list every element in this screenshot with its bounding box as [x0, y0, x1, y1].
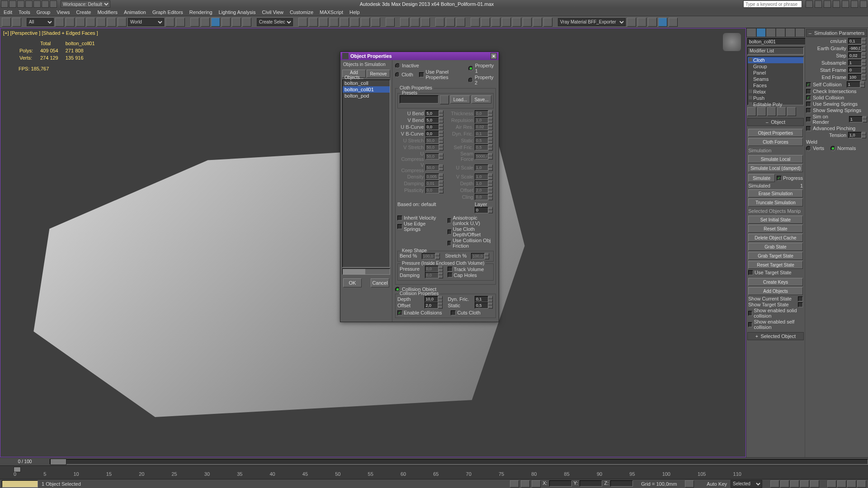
menu-create[interactable]: Create: [76, 9, 91, 15]
display-tab[interactable]: [785, 28, 795, 37]
selection-filter[interactable]: All: [27, 18, 54, 26]
configure-icon[interactable]: [787, 107, 796, 116]
reset-target-button[interactable]: Reset Target State: [748, 261, 803, 269]
param-spinner[interactable]: [475, 110, 488, 117]
sp-spinner[interactable]: [848, 74, 862, 80]
menu-grapheditors[interactable]: Graph Editors: [152, 9, 183, 15]
viewcube-icon[interactable]: [723, 33, 741, 51]
x-coord-input[interactable]: [549, 480, 572, 487]
show-end-icon[interactable]: [757, 107, 766, 116]
scale-icon[interactable]: [118, 18, 127, 27]
param-spinner[interactable]: [425, 164, 439, 171]
menu-edit[interactable]: Edit: [4, 9, 12, 15]
pressure-spinner[interactable]: [425, 266, 439, 272]
param-spinner[interactable]: [425, 174, 439, 180]
enable-collisions-check[interactable]: [397, 310, 402, 315]
param-spinner[interactable]: [475, 117, 488, 123]
hair4-icon[interactable]: [502, 18, 511, 27]
named-selection-set[interactable]: Create Selection Se: [257, 18, 293, 26]
layers-icon[interactable]: [309, 18, 318, 27]
simulate-button[interactable]: Simulate: [748, 174, 775, 182]
align-icon[interactable]: [298, 18, 307, 27]
menu-tools[interactable]: Tools: [19, 9, 30, 15]
snap3-icon[interactable]: [421, 18, 430, 27]
window-crossing-icon[interactable]: [86, 18, 95, 27]
sp-spinner[interactable]: [848, 60, 862, 66]
brush2-icon[interactable]: [446, 18, 455, 27]
obj-props-button[interactable]: Object Properties: [748, 129, 803, 137]
tension-spinner[interactable]: [848, 132, 862, 138]
menu-rendering[interactable]: Rendering: [189, 9, 212, 15]
manipulate-icon[interactable]: [176, 18, 185, 27]
axis-y-icon[interactable]: [648, 18, 657, 27]
hair3-icon[interactable]: [491, 18, 500, 27]
time-marker[interactable]: [50, 459, 66, 465]
grab-target-button[interactable]: Grab Target State: [748, 252, 803, 260]
check-intersect-check[interactable]: [806, 89, 811, 94]
select-link-icon[interactable]: [2, 18, 11, 27]
close-window-icon[interactable]: [860, 0, 867, 8]
sim-local-damped-button[interactable]: Simulate Local (damped): [748, 164, 803, 172]
hair5-icon[interactable]: [512, 18, 521, 27]
isolate-icon[interactable]: [521, 480, 530, 488]
self-collision-check[interactable]: [806, 82, 811, 87]
show-target-check[interactable]: [798, 302, 803, 307]
param-spinner[interactable]: [475, 131, 488, 137]
goto-start-icon[interactable]: [770, 480, 779, 488]
prev-frame-icon[interactable]: [780, 480, 789, 488]
select-icon[interactable]: [55, 18, 64, 27]
param-spinner[interactable]: [475, 153, 488, 160]
modifier-subitem[interactable]: Faces: [748, 82, 803, 89]
selected-object-rollout[interactable]: + Selected Object: [747, 332, 804, 340]
modifier-item[interactable]: Relax: [748, 89, 803, 95]
help-icon[interactable]: [833, 0, 840, 8]
link-icon[interactable]: [50, 0, 57, 8]
brush-icon[interactable]: [435, 18, 444, 27]
hair7-icon[interactable]: [533, 18, 542, 27]
unlink-icon[interactable]: [12, 18, 21, 27]
ok-button[interactable]: OK: [343, 278, 362, 287]
angle-snap-icon[interactable]: [201, 18, 210, 27]
use-target-check[interactable]: [748, 270, 753, 275]
sp-spinner[interactable]: [848, 52, 862, 59]
param-spinner[interactable]: [475, 194, 488, 200]
damping-spinner[interactable]: [425, 272, 439, 278]
grab-state-button[interactable]: Grab State: [748, 243, 803, 251]
snap-toggle-icon[interactable]: [190, 18, 199, 27]
show-current-check[interactable]: [798, 296, 803, 301]
make-unique-icon[interactable]: [767, 107, 776, 116]
y-coord-input[interactable]: [580, 480, 602, 487]
bend-pct-spinner[interactable]: [422, 253, 435, 259]
object-list[interactable]: bolton_coll bolton_coll01 bolton_pod: [342, 80, 390, 267]
param-spinner[interactable]: [475, 180, 488, 187]
ref-coord-system[interactable]: World: [128, 18, 164, 26]
sim-on-render-check[interactable]: [806, 117, 811, 122]
hair-icon[interactable]: [471, 18, 480, 27]
sp-spinner[interactable]: [848, 38, 862, 44]
menu-civilview[interactable]: Civil View: [262, 9, 283, 15]
new-icon[interactable]: [9, 0, 16, 8]
maximize-icon[interactable]: [851, 0, 858, 8]
snap2-icon[interactable]: [410, 18, 420, 27]
list-item[interactable]: bolton_pod: [343, 93, 390, 99]
show-self-check[interactable]: [748, 322, 752, 327]
param-spinner[interactable]: [475, 187, 488, 193]
save-icon[interactable]: [25, 0, 33, 8]
anisotropic-check[interactable]: [448, 218, 452, 223]
preset-save-button[interactable]: Save...: [472, 95, 491, 103]
param-spinner[interactable]: [425, 187, 439, 193]
redo-icon[interactable]: [42, 0, 49, 8]
zoom-icon[interactable]: [847, 480, 856, 488]
param-spinner[interactable]: [425, 124, 439, 130]
render-frame-icon[interactable]: [361, 18, 370, 27]
hierarchy-tab[interactable]: [766, 28, 776, 37]
signin-icon[interactable]: [806, 0, 813, 8]
param-spinner[interactable]: [425, 110, 439, 117]
viewport-label[interactable]: [+] [Perspective ] [Shaded + Edged Faces…: [3, 30, 98, 36]
list-item[interactable]: bolton_coll01: [343, 86, 390, 93]
app-menu-icon[interactable]: [1, 0, 8, 8]
snap-icon[interactable]: [400, 18, 409, 27]
show-sewing-check[interactable]: [806, 108, 811, 113]
track-bar[interactable]: 0510152025303540455055606570758085909510…: [0, 465, 868, 479]
cloth-forces-button[interactable]: Cloth Forces: [748, 138, 803, 146]
